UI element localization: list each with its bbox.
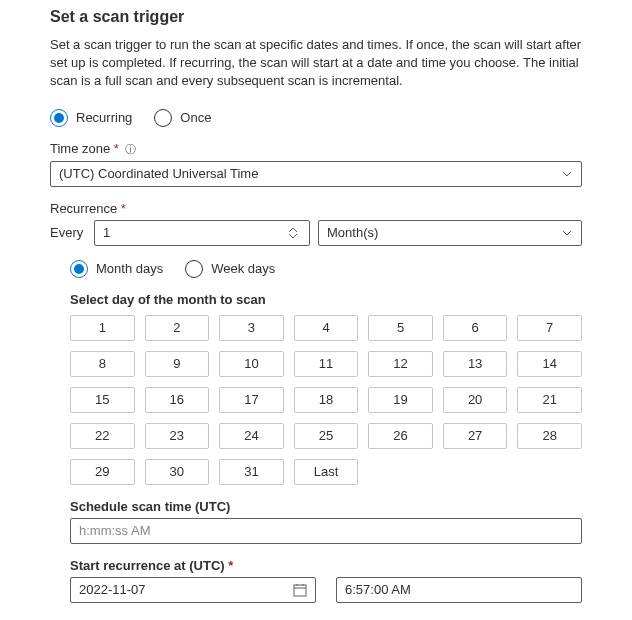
start-time-input[interactable]: 6:57:00 AM <box>336 577 582 603</box>
day-cell-25[interactable]: 25 <box>294 423 359 449</box>
timezone-select[interactable]: (UTC) Coordinated Universal Time <box>50 161 582 187</box>
day-grid: 1234567891011121314151617181920212223242… <box>70 315 582 485</box>
day-cell-17[interactable]: 17 <box>219 387 284 413</box>
radio-icon <box>154 109 172 127</box>
page-description: Set a scan trigger to run the scan at sp… <box>50 36 582 91</box>
day-type-radio-group: Month days Week days <box>70 260 582 278</box>
day-cell-12[interactable]: 12 <box>368 351 433 377</box>
day-cell-7[interactable]: 7 <box>517 315 582 341</box>
day-cell-23[interactable]: 23 <box>145 423 210 449</box>
day-cell-18[interactable]: 18 <box>294 387 359 413</box>
recurring-radio[interactable]: Recurring <box>50 109 132 127</box>
day-cell-21[interactable]: 21 <box>517 387 582 413</box>
day-cell-26[interactable]: 26 <box>368 423 433 449</box>
radio-icon <box>50 109 68 127</box>
day-cell-4[interactable]: 4 <box>294 315 359 341</box>
start-date-value: 2022-11-07 <box>79 582 146 597</box>
month-days-label: Month days <box>96 261 163 276</box>
page-title: Set a scan trigger <box>50 8 582 26</box>
timezone-label: Time zone * ⓘ <box>50 141 582 157</box>
day-cell-30[interactable]: 30 <box>145 459 210 485</box>
day-cell-5[interactable]: 5 <box>368 315 433 341</box>
day-cell-19[interactable]: 19 <box>368 387 433 413</box>
day-cell-11[interactable]: 11 <box>294 351 359 377</box>
info-icon[interactable]: ⓘ <box>125 143 136 155</box>
day-cell-8[interactable]: 8 <box>70 351 135 377</box>
start-time-value: 6:57:00 AM <box>345 582 411 597</box>
radio-icon <box>185 260 203 278</box>
recurrence-unit-value: Month(s) <box>327 225 378 240</box>
calendar-icon[interactable] <box>293 583 307 597</box>
day-cell-16[interactable]: 16 <box>145 387 210 413</box>
week-days-radio[interactable]: Week days <box>185 260 275 278</box>
day-cell-9[interactable]: 9 <box>145 351 210 377</box>
day-cell-29[interactable]: 29 <box>70 459 135 485</box>
day-cell-1[interactable]: 1 <box>70 315 135 341</box>
timezone-value: (UTC) Coordinated Universal Time <box>59 166 258 181</box>
month-days-radio[interactable]: Month days <box>70 260 163 278</box>
recurrence-unit-select[interactable]: Month(s) <box>318 220 582 246</box>
week-days-label: Week days <box>211 261 275 276</box>
day-cell-last[interactable]: Last <box>294 459 359 485</box>
day-cell-28[interactable]: 28 <box>517 423 582 449</box>
schedule-time-placeholder: h:mm:ss AM <box>79 523 151 538</box>
day-cell-2[interactable]: 2 <box>145 315 210 341</box>
svg-rect-0 <box>294 585 306 596</box>
day-cell-31[interactable]: 31 <box>219 459 284 485</box>
start-date-input[interactable]: 2022-11-07 <box>70 577 316 603</box>
day-cell-14[interactable]: 14 <box>517 351 582 377</box>
trigger-type-radio-group: Recurring Once <box>50 109 582 127</box>
day-cell-27[interactable]: 27 <box>443 423 508 449</box>
schedule-time-input[interactable]: h:mm:ss AM <box>70 518 582 544</box>
every-value-input[interactable]: 1 <box>94 220 310 246</box>
chevron-down-icon <box>561 227 573 239</box>
day-cell-10[interactable]: 10 <box>219 351 284 377</box>
day-cell-6[interactable]: 6 <box>443 315 508 341</box>
every-label: Every <box>50 225 86 240</box>
schedule-time-label: Schedule scan time (UTC) <box>70 499 582 514</box>
every-value: 1 <box>103 225 110 240</box>
chevron-down-icon <box>561 168 573 180</box>
recurring-radio-label: Recurring <box>76 110 132 125</box>
radio-icon <box>70 260 88 278</box>
select-day-title: Select day of the month to scan <box>70 292 582 307</box>
day-cell-24[interactable]: 24 <box>219 423 284 449</box>
start-at-label: Start recurrence at (UTC) * <box>70 558 582 573</box>
once-radio[interactable]: Once <box>154 109 211 127</box>
once-radio-label: Once <box>180 110 211 125</box>
day-cell-3[interactable]: 3 <box>219 315 284 341</box>
day-cell-22[interactable]: 22 <box>70 423 135 449</box>
day-cell-20[interactable]: 20 <box>443 387 508 413</box>
day-cell-13[interactable]: 13 <box>443 351 508 377</box>
spinner-icon[interactable] <box>283 227 303 239</box>
recurrence-label: Recurrence * <box>50 201 582 216</box>
day-cell-15[interactable]: 15 <box>70 387 135 413</box>
